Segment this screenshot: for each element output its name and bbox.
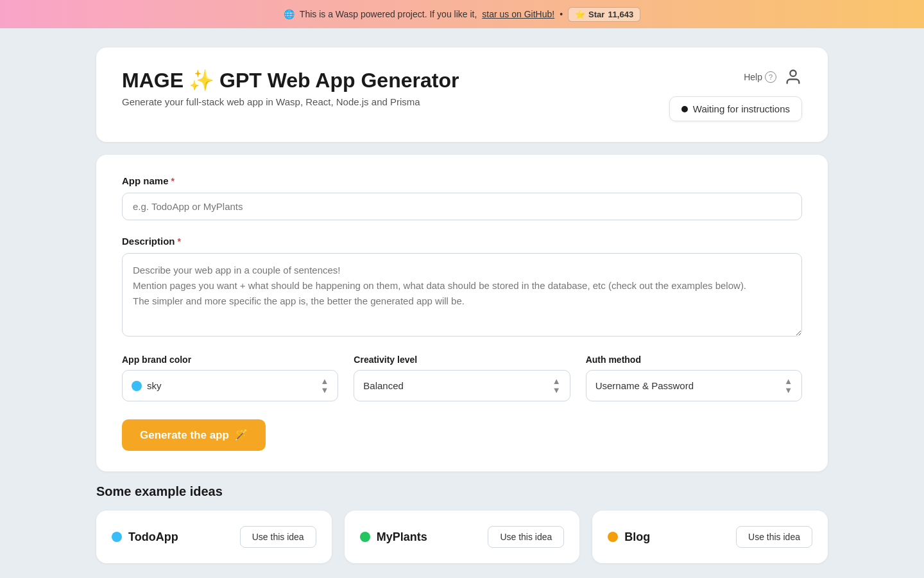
logo-sparkle: ✨: [189, 68, 214, 92]
ideas-grid: TodoApp Use this idea MyPlants Use this …: [96, 511, 828, 563]
selects-row: App brand color sky ▲ ▼ Creativity level…: [122, 355, 802, 401]
use-idea-myplants-button[interactable]: Use this idea: [488, 526, 564, 548]
main-content: MAGE ✨ GPT Web App Generator Generate yo…: [83, 28, 841, 578]
generate-button[interactable]: Generate the app 🪄: [122, 419, 266, 451]
use-idea-blog-button[interactable]: Use this idea: [736, 526, 812, 548]
top-banner: 🌐 This is a Wasp powered project. If you…: [0, 0, 924, 28]
brand-color-dot: [132, 381, 142, 391]
myplants-name: MyPlants: [377, 530, 427, 544]
user-icon[interactable]: [784, 68, 802, 86]
ideas-title: Some example ideas: [96, 484, 828, 499]
creativity-select[interactable]: Balanced ▲ ▼: [354, 370, 570, 401]
auth-label: Auth method: [586, 355, 802, 365]
description-field: Description *: [122, 236, 802, 355]
todoapp-name: TodoApp: [128, 530, 178, 544]
idea-card-blog: Blog Use this idea: [592, 511, 828, 563]
brand-color-select[interactable]: sky ▲ ▼: [122, 370, 338, 401]
idea-left-todoapp: TodoApp: [112, 530, 178, 544]
status-text: Waiting for instructions: [693, 103, 790, 114]
banner-divider: •: [560, 9, 563, 19]
blog-color-dot: [608, 532, 618, 542]
idea-card-myplants: MyPlants Use this idea: [345, 511, 580, 563]
creativity-arrows: ▲ ▼: [552, 377, 561, 394]
app-title-text: GPT Web App Generator: [219, 69, 459, 92]
auth-arrows: ▲ ▼: [784, 377, 792, 394]
myplants-color-dot: [360, 532, 370, 542]
github-star-link[interactable]: star us on GitHub!: [482, 9, 554, 19]
todoapp-color-dot: [112, 532, 122, 542]
star-badge[interactable]: ⭐ Star 11,643: [568, 7, 640, 22]
help-label: Help: [744, 72, 762, 82]
star-icon: ⭐: [575, 10, 585, 19]
idea-left-blog: Blog: [608, 530, 650, 544]
description-textarea[interactable]: [122, 253, 802, 337]
generate-btn-emoji: 🪄: [234, 428, 248, 442]
description-label: Description *: [122, 236, 802, 247]
idea-card-todoapp: TodoApp Use this idea: [96, 511, 332, 563]
status-badge: Waiting for instructions: [669, 96, 802, 121]
status-dot: [681, 106, 688, 112]
help-button[interactable]: Help ?: [744, 71, 776, 83]
blog-name: Blog: [624, 530, 650, 544]
ideas-section: Some example ideas TodoApp Use this idea…: [96, 484, 828, 563]
auth-group: Auth method Username & Password ▲ ▼: [586, 355, 802, 401]
use-idea-todoapp-button[interactable]: Use this idea: [240, 526, 316, 548]
auth-value: Username & Password: [595, 380, 784, 391]
creativity-group: Creativity level Balanced ▲ ▼: [354, 355, 570, 401]
auth-select[interactable]: Username & Password ▲ ▼: [586, 370, 802, 401]
idea-left-myplants: MyPlants: [360, 530, 427, 544]
app-subtitle: Generate your full-stack web app in Wasp…: [122, 96, 459, 107]
header-card: MAGE ✨ GPT Web App Generator Generate yo…: [96, 48, 828, 142]
app-name-label: App name *: [122, 175, 802, 186]
star-count: 11,643: [608, 10, 633, 19]
required-star: *: [171, 176, 175, 186]
form-card: App name * Description * App brand color…: [96, 155, 828, 471]
generate-btn-label: Generate the app: [140, 429, 229, 442]
brand-color-label: App brand color: [122, 355, 338, 365]
brand-color-value: sky: [147, 380, 320, 391]
brand-color-arrows: ▲ ▼: [320, 377, 329, 394]
required-star-2: *: [178, 236, 181, 247]
help-circle-icon: ?: [765, 71, 776, 83]
header-actions: Help ?: [744, 68, 802, 86]
logo-text: MAGE: [122, 69, 184, 92]
creativity-label: Creativity level: [354, 355, 570, 365]
star-label: Star: [588, 10, 604, 19]
header-right: Help ? Waiting for instructions: [669, 68, 802, 121]
banner-text: This is a Wasp powered project. If you l…: [300, 9, 477, 19]
banner-emoji: 🌐: [284, 9, 295, 19]
app-title: MAGE ✨ GPT Web App Generator: [122, 68, 459, 92]
app-name-field: App name *: [122, 175, 802, 236]
header-left: MAGE ✨ GPT Web App Generator Generate yo…: [122, 68, 459, 107]
svg-point-0: [790, 71, 796, 76]
creativity-value: Balanced: [363, 380, 552, 391]
app-name-input[interactable]: [122, 193, 802, 220]
brand-color-group: App brand color sky ▲ ▼: [122, 355, 338, 401]
